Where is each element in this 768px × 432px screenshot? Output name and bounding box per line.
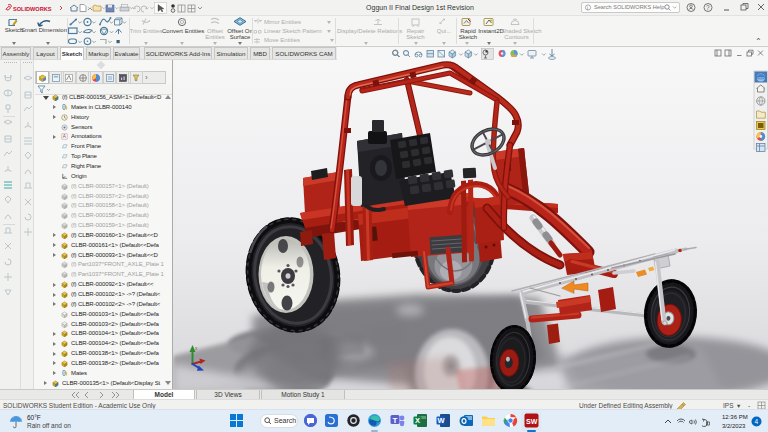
svg-text:W: W bbox=[438, 416, 446, 425]
svg-text:Search SOLIDWORKS Help: Search SOLIDWORKS Help bbox=[594, 4, 664, 10]
svg-text:4: 4 bbox=[755, 418, 759, 425]
svg-text:T: T bbox=[393, 416, 398, 425]
svg-text:SW: SW bbox=[526, 418, 538, 425]
svg-text:SOLIDWORKS: SOLIDWORKS bbox=[13, 6, 52, 12]
svg-text:X: X bbox=[415, 416, 420, 425]
svg-text:i: i bbox=[587, 5, 588, 11]
svg-text:?: ? bbox=[706, 4, 710, 11]
